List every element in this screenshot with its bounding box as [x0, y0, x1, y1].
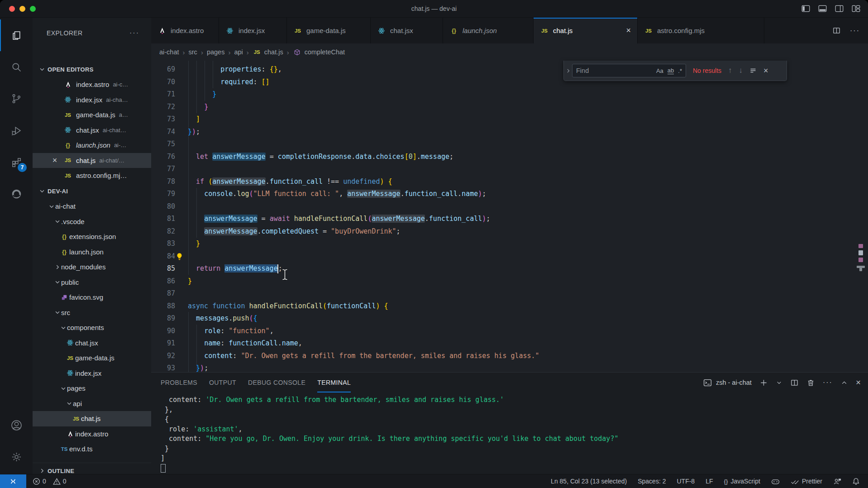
- regex-button[interactable]: .*: [678, 68, 682, 74]
- tree-item-vscode[interactable]: .vscode: [33, 214, 151, 230]
- close-find-button[interactable]: ×: [763, 66, 768, 76]
- find-input[interactable]: Find Aa ab .*: [572, 64, 686, 77]
- new-terminal-button[interactable]: [759, 378, 768, 387]
- tree-item-chat-js[interactable]: JSchat.js: [33, 411, 151, 426]
- tree-item-node-modules[interactable]: node_modules: [33, 259, 151, 275]
- tree-item-game-data-js[interactable]: JSgame-data.js: [33, 350, 151, 366]
- remote-indicator[interactable]: [0, 474, 26, 488]
- panel-tab-terminal[interactable]: TERMINAL: [317, 373, 351, 392]
- lightbulb-icon[interactable]: [176, 253, 183, 260]
- breadcrumb-symbol-completechat[interactable]: completeChat: [293, 48, 345, 56]
- close-window-button[interactable]: [9, 6, 15, 12]
- customize-layout-button[interactable]: [851, 5, 861, 13]
- status-cursor-position[interactable]: Ln 85, Col 23 (13 selected): [551, 478, 627, 485]
- close-panel-button[interactable]: ×: [856, 378, 861, 388]
- tab-chat-js[interactable]: JSchat.js×: [534, 18, 638, 43]
- breadcrumb-item-pages[interactable]: pages: [207, 48, 225, 56]
- status-notifications[interactable]: [852, 478, 860, 485]
- code-line-82: 82 answerMessage.completedQuest = "buyDr…: [151, 225, 868, 238]
- activity-run-debug-button[interactable]: [0, 115, 33, 146]
- tree-item-extensions-json[interactable]: {}extensions.json: [33, 229, 151, 244]
- status-feedback[interactable]: [833, 478, 841, 485]
- tree-item-public[interactable]: public: [33, 275, 151, 290]
- tree-item-pages[interactable]: pages: [33, 381, 151, 396]
- tree-item-src[interactable]: src: [33, 305, 151, 321]
- find-previous-button[interactable]: ↑: [728, 66, 732, 75]
- terminal-output[interactable]: content: 'Dr. Owen gets a refill from th…: [161, 395, 863, 475]
- tree-item-api[interactable]: api: [33, 396, 151, 411]
- tree-item-chat-jsx[interactable]: chat.jsx: [33, 335, 151, 351]
- activity-edge-browser-button[interactable]: [0, 178, 33, 210]
- tab-index-astro[interactable]: index.astro: [151, 18, 219, 43]
- panel-tab-output[interactable]: OUTPUT: [209, 373, 236, 392]
- tab-astro-config-mjs[interactable]: JSastro.config.mjs: [638, 18, 764, 43]
- status-eol[interactable]: LF: [706, 478, 713, 485]
- status-formatter[interactable]: Prettier: [791, 478, 822, 485]
- workspace-section-header[interactable]: DEV-AI: [33, 183, 151, 199]
- close-editor-icon[interactable]: ×: [51, 156, 59, 165]
- breadcrumb-item-src[interactable]: src: [189, 48, 197, 56]
- code-line-86: 86}: [151, 275, 868, 288]
- tree-item-favicon-svg[interactable]: favicon.svg: [33, 290, 151, 305]
- open-editor-index-astro[interactable]: index.astroai-c…: [33, 77, 151, 92]
- code-line-text: console.log("LLM function call: ", answe…: [188, 188, 486, 201]
- open-editor-chat-js[interactable]: ×JSchat.jsai-chat/…: [33, 153, 151, 168]
- problems-status[interactable]: 0 0: [33, 478, 67, 485]
- breadcrumb-item-api[interactable]: api: [234, 48, 243, 56]
- status-encoding[interactable]: UTF-8: [677, 478, 695, 485]
- status-indentation[interactable]: Spaces: 2: [638, 478, 666, 485]
- toggle-primary-sidebar-button[interactable]: [801, 5, 811, 13]
- panel-tab-problems[interactable]: PROBLEMS: [161, 373, 197, 392]
- activity-source-control-button[interactable]: [0, 83, 33, 115]
- find-in-selection-button[interactable]: [749, 67, 757, 74]
- activity-account-button[interactable]: [0, 409, 33, 441]
- tab-chat-jsx[interactable]: chat.jsx: [371, 18, 443, 43]
- toggle-panel-button[interactable]: [818, 5, 827, 13]
- activity-settings-button[interactable]: [0, 441, 33, 473]
- breadcrumb-item-chat-js[interactable]: JSchat.js: [253, 48, 283, 56]
- scrollbar-handle[interactable]: [859, 268, 862, 271]
- panel-tab-debug-console[interactable]: DEBUG CONSOLE: [248, 373, 305, 392]
- kill-terminal-button[interactable]: [806, 378, 815, 387]
- maximize-panel-button[interactable]: [840, 379, 848, 387]
- match-case-button[interactable]: Aa: [656, 68, 663, 74]
- terminal-dropdown-button[interactable]: [776, 379, 782, 386]
- sidebar-more-actions[interactable]: ···: [129, 29, 139, 37]
- tab-index-jsx[interactable]: index.jsx: [219, 18, 287, 43]
- more-editor-actions-button[interactable]: ···: [850, 27, 860, 35]
- activity-explorer-button[interactable]: [0, 19, 33, 51]
- toggle-secondary-sidebar-button[interactable]: [835, 5, 844, 13]
- more-actions-button[interactable]: ···: [823, 378, 833, 387]
- open-editor-game-data-js[interactable]: JSgame-data.jsa…: [33, 107, 151, 123]
- activity-search-button[interactable]: [0, 51, 33, 83]
- tab-launch-json[interactable]: {}launch.json: [443, 18, 534, 43]
- activity-extensions-button[interactable]: 7: [0, 146, 33, 178]
- open-editor-index-jsx[interactable]: index.jsxai-cha…: [33, 92, 151, 108]
- close-tab-icon[interactable]: ×: [626, 26, 631, 35]
- split-editor-button[interactable]: [832, 26, 841, 35]
- tree-item-index-astro[interactable]: index.astro: [33, 426, 151, 442]
- breadcrumb-item-ai-chat[interactable]: ai-chat: [159, 48, 179, 56]
- code-editor[interactable]: 68 type: "object",69 properties: {},70 r…: [151, 61, 868, 373]
- find-next-button[interactable]: ↓: [739, 66, 743, 75]
- tree-item-ai-chat[interactable]: ai-chat: [33, 199, 151, 214]
- whole-word-button[interactable]: ab: [668, 67, 674, 74]
- line-number: 87: [151, 287, 175, 300]
- open-editor-astro-config-mj[interactable]: JSastro.config.mj…: [33, 168, 151, 183]
- open-editor-chat-jsx[interactable]: chat.jsxai-chat…: [33, 123, 151, 138]
- tree-item-components[interactable]: components: [33, 320, 151, 335]
- status-copilot[interactable]: [771, 478, 780, 485]
- tree-item-[interactable]: ..: [33, 457, 151, 463]
- find-expand-toggle[interactable]: [564, 61, 572, 81]
- split-terminal-button[interactable]: [790, 378, 799, 387]
- minimize-window-button[interactable]: [19, 6, 25, 12]
- open-editor-launch-json[interactable]: {}launch.jsonai-…: [33, 138, 151, 153]
- tree-item-env-d-ts[interactable]: TSenv.d.ts: [33, 441, 151, 457]
- status-language[interactable]: {}JavaScript: [724, 478, 760, 485]
- tab-game-data-js[interactable]: JSgame-data.js: [287, 18, 371, 43]
- tree-item-index-jsx[interactable]: index.jsx: [33, 366, 151, 381]
- terminal-instance-label[interactable]: zsh - ai-chat: [703, 378, 752, 388]
- open-editors-section-header[interactable]: OPEN EDITORS: [33, 62, 151, 77]
- zoom-window-button[interactable]: [30, 6, 36, 12]
- tree-item-launch-json[interactable]: {}launch.json: [33, 244, 151, 260]
